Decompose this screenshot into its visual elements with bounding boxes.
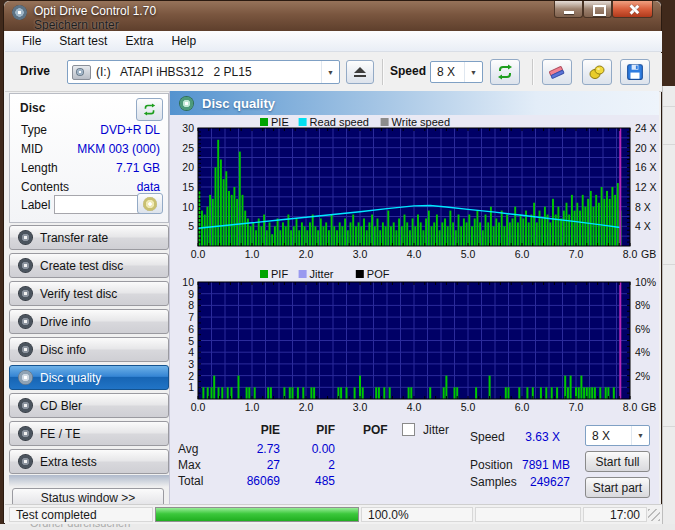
jitter-checkbox[interactable] bbox=[402, 423, 415, 436]
svg-text:9: 9 bbox=[188, 288, 194, 300]
toolbar-separator bbox=[532, 59, 534, 85]
minimize-button[interactable] bbox=[554, 1, 583, 18]
maximize-button[interactable] bbox=[583, 1, 612, 18]
sidebar-item-transfer-rate[interactable]: Transfer rate bbox=[9, 225, 169, 250]
refresh-button[interactable] bbox=[490, 59, 520, 85]
time-text: 17:00 bbox=[610, 508, 640, 522]
svg-text:16 X: 16 X bbox=[635, 161, 657, 173]
stat-row-label: Total bbox=[178, 474, 203, 488]
disc-icon bbox=[18, 230, 33, 245]
disc-icon bbox=[18, 286, 33, 301]
disc-row-value: 7.71 GB bbox=[116, 161, 160, 175]
svg-text:1: 1 bbox=[188, 381, 194, 393]
svg-text:2.0: 2.0 bbox=[299, 401, 314, 413]
progress-fill bbox=[156, 508, 358, 521]
background-divider bbox=[663, 106, 675, 107]
pie-chart: 3025201510524 X20 X16 X12 X8 X4 X0.01.02… bbox=[170, 115, 660, 263]
start-full-button[interactable]: Start full bbox=[585, 451, 650, 472]
disc-icon bbox=[18, 426, 33, 441]
svg-text:5: 5 bbox=[188, 220, 194, 232]
chevron-down-icon: ▼ bbox=[464, 62, 482, 82]
stat-row-label: Avg bbox=[178, 442, 198, 456]
speed-label: Speed bbox=[390, 64, 426, 78]
svg-text:4%: 4% bbox=[635, 346, 650, 358]
start-part-button[interactable]: Start part bbox=[585, 477, 650, 498]
speed-select[interactable]: 8 X ▼ bbox=[430, 61, 483, 83]
svg-text:PIE: PIE bbox=[271, 116, 289, 128]
svg-text:6%: 6% bbox=[635, 323, 650, 335]
speed-select-value: 8 X bbox=[437, 65, 455, 79]
stat-max-pie: 27 bbox=[220, 458, 280, 472]
svg-text:25: 25 bbox=[182, 142, 194, 154]
sidebar-item-label: Transfer rate bbox=[40, 231, 108, 245]
erase-button[interactable] bbox=[542, 59, 572, 85]
sidebar-item-verify-test-disc[interactable]: Verify test disc bbox=[9, 281, 169, 306]
chevron-down-icon: ▼ bbox=[631, 426, 649, 445]
svg-text:5.0: 5.0 bbox=[461, 401, 476, 413]
svg-text:20: 20 bbox=[182, 161, 194, 173]
menu-item-file[interactable]: File bbox=[13, 32, 50, 50]
menu-item-start-test[interactable]: Start test bbox=[50, 32, 116, 50]
sidebar-item-extra-tests[interactable]: Extra tests bbox=[9, 449, 169, 474]
hand-tool-button[interactable] bbox=[582, 59, 612, 85]
disc-row-value: data bbox=[137, 180, 160, 194]
drive-select[interactable]: (I:) ATAPI iHBS312 2 PL15 ▼ bbox=[67, 60, 340, 84]
percent-text: 100.0% bbox=[368, 508, 409, 522]
stat-row-label: Max bbox=[178, 458, 201, 472]
svg-text:0.0: 0.0 bbox=[191, 248, 206, 260]
menu-item-extra[interactable]: Extra bbox=[116, 32, 162, 50]
quality-speed-select[interactable]: 8 X ▼ bbox=[585, 425, 650, 446]
label-field-label: Label bbox=[21, 198, 50, 212]
status-window-label: Status window >> bbox=[41, 491, 136, 505]
svg-text:5: 5 bbox=[188, 335, 194, 347]
svg-text:PIF: PIF bbox=[271, 268, 288, 280]
close-icon bbox=[628, 4, 639, 15]
eject-button[interactable] bbox=[346, 60, 374, 84]
svg-text:7.0: 7.0 bbox=[569, 401, 584, 413]
stat-avg-pie: 2.73 bbox=[220, 442, 280, 456]
svg-text:3.0: 3.0 bbox=[353, 401, 368, 413]
chevron-down-icon: ▼ bbox=[321, 61, 339, 83]
eraser-icon bbox=[548, 64, 566, 80]
disc-panel-title: Disc bbox=[20, 101, 45, 115]
pif-chart: 1098765432110%8%6%4%2%0.01.02.03.04.05.0… bbox=[170, 263, 660, 415]
disc-label-button[interactable] bbox=[137, 193, 163, 214]
sidebar-item-create-test-disc[interactable]: Create test disc bbox=[9, 253, 169, 278]
sidebar-item-cd-bler[interactable]: CD Bler bbox=[9, 393, 169, 418]
svg-text:8%: 8% bbox=[635, 299, 650, 311]
svg-text:POF: POF bbox=[367, 268, 390, 280]
sidebar-item-disc-info[interactable]: Disc info bbox=[9, 337, 169, 362]
disc-quality-panel: Disc quality 3025201510524 X20 X16 X12 X… bbox=[169, 91, 659, 504]
hand-icon bbox=[588, 64, 606, 80]
titlebar: Opti Drive Control 1.70 Speichern unter bbox=[4, 1, 661, 31]
disc-refresh-button[interactable] bbox=[136, 98, 163, 121]
floppy-icon bbox=[626, 63, 644, 81]
stat-avg-pif: 0.00 bbox=[280, 442, 335, 456]
disc-row-label: MID bbox=[21, 142, 43, 156]
save-button[interactable] bbox=[620, 59, 650, 85]
svg-text:6.0: 6.0 bbox=[515, 401, 530, 413]
svg-text:Jitter: Jitter bbox=[310, 268, 334, 280]
svg-text:20 X: 20 X bbox=[635, 142, 657, 154]
label-input[interactable] bbox=[54, 195, 145, 214]
sidebar-item-disc-quality[interactable]: Disc quality bbox=[9, 365, 169, 390]
background-divider bbox=[663, 426, 675, 427]
disc-row-label: Length bbox=[21, 161, 58, 175]
svg-text:7.0: 7.0 bbox=[569, 248, 584, 260]
menu-item-help[interactable]: Help bbox=[162, 32, 205, 50]
disc-icon bbox=[18, 342, 33, 357]
sidebar-divider bbox=[9, 475, 169, 487]
sidebar-item-label: FE / TE bbox=[40, 427, 80, 441]
sidebar-item-label: Disc info bbox=[40, 343, 86, 357]
close-button[interactable] bbox=[612, 1, 653, 18]
svg-text:2: 2 bbox=[188, 370, 194, 382]
svg-text:Write speed: Write speed bbox=[392, 116, 451, 128]
resize-grip[interactable] bbox=[648, 509, 660, 521]
col-header-pie: PIE bbox=[220, 423, 280, 437]
svg-text:Read speed: Read speed bbox=[310, 116, 369, 128]
sidebar-item-drive-info[interactable]: Drive info bbox=[9, 309, 169, 334]
sidebar-item-fe-te[interactable]: FE / TE bbox=[9, 421, 169, 446]
window-title: Opti Drive Control 1.70 bbox=[34, 4, 156, 18]
svg-text:10: 10 bbox=[182, 201, 194, 213]
svg-text:10%: 10% bbox=[635, 276, 656, 288]
